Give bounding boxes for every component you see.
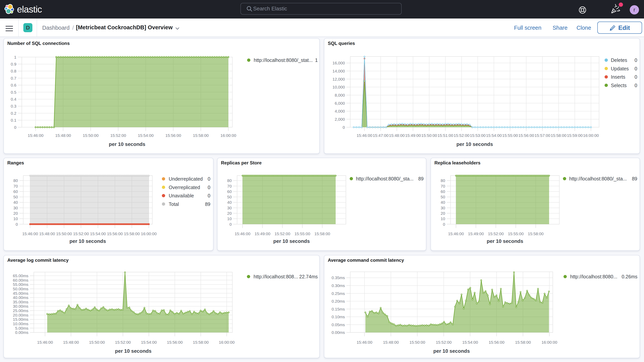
svg-text:10,000: 10,000 [332,85,345,89]
svg-text:15:49:00: 15:49:00 [468,232,484,236]
svg-text:15:58:00: 15:58:00 [193,340,209,344]
svg-text:Unavailable: Unavailable [169,193,194,198]
svg-text:per 10 seconds: per 10 seconds [70,238,106,244]
svg-text:per 10 seconds: per 10 seconds [433,348,470,354]
svg-text:1: 1 [14,55,16,59]
svg-text:http://localhost:8080/_sta...: http://localhost:8080/_sta... [356,176,414,182]
svg-text:30: 30 [440,206,445,210]
svg-text:Overreplicated: Overreplicated [169,185,200,190]
svg-text:16:00:00: 16:00:00 [219,340,235,344]
svg-text:60: 60 [227,189,232,194]
svg-text:89: 89 [205,202,210,207]
svg-text:25.00ms: 25.00ms [13,308,28,313]
svg-text:5.00ms: 5.00ms [15,326,28,330]
svg-text:50: 50 [13,195,18,199]
svg-text:15:54:00: 15:54:00 [486,133,502,138]
svg-text:per 10 seconds: per 10 seconds [487,238,523,244]
svg-text:15:52:00: 15:52:00 [488,232,504,236]
svg-text:0.00ms: 0.00ms [15,330,28,335]
svg-text:http://localhost:8080/_sta...: http://localhost:8080/_sta... [569,176,627,182]
svg-text:8,000: 8,000 [335,93,345,97]
svg-text:15:46:00: 15:46:00 [448,232,464,236]
svg-text:Underreplicated: Underreplicated [169,176,203,182]
svg-text:50: 50 [440,195,445,199]
svg-text:per 10 seconds: per 10 seconds [115,348,151,354]
svg-text:15:49:00: 15:49:00 [254,232,270,236]
svg-text:0: 0 [208,176,210,182]
svg-text:0.10ms: 0.10ms [332,314,345,319]
svg-text:15:52:00: 15:52:00 [454,133,470,138]
svg-text:30: 30 [227,206,232,210]
svg-text:0.4: 0.4 [11,97,16,102]
svg-text:15:47:00: 15:47:00 [373,133,388,138]
svg-text:70: 70 [227,184,232,188]
svg-text:0: 0 [634,83,637,88]
svg-text:Inserts: Inserts [611,74,625,80]
svg-text:0.30ms: 0.30ms [332,283,345,288]
svg-text:15:52:00: 15:52:00 [436,340,452,344]
svg-text:50.00ms: 50.00ms [13,287,28,291]
svg-text:Deletes: Deletes [611,58,627,63]
svg-text:15:46:00: 15:46:00 [22,232,38,236]
svg-text:10: 10 [13,216,18,221]
svg-text:15:46:00: 15:46:00 [28,133,44,138]
svg-text:15:51:00: 15:51:00 [438,133,453,138]
svg-text:15:58:00: 15:58:00 [528,232,544,236]
svg-text:15:46:00: 15:46:00 [356,133,372,138]
svg-text:15:48:00: 15:48:00 [383,340,399,344]
svg-text:15:50:00: 15:50:00 [409,340,425,344]
svg-text:16:00:00: 16:00:00 [583,133,599,138]
svg-text:40.00ms: 40.00ms [13,295,28,300]
svg-text:16:00:00: 16:00:00 [220,133,236,138]
svg-text:0.25ms: 0.25ms [332,291,345,296]
svg-text:15:54:00: 15:54:00 [141,340,157,344]
svg-text:0.00ms: 0.00ms [332,330,345,335]
svg-text:2,000: 2,000 [335,117,345,122]
svg-text:15:56:00: 15:56:00 [167,340,183,344]
svg-text:15:56:00: 15:56:00 [488,340,504,344]
svg-text:http://localhost:8080/_stat...: http://localhost:8080/_stat... [254,58,313,63]
svg-text:16,000: 16,000 [332,61,345,65]
svg-text:15:50:00: 15:50:00 [56,232,72,236]
svg-text:15:56:00: 15:56:00 [518,133,534,138]
svg-text:0.6: 0.6 [11,83,16,87]
svg-text:70: 70 [13,184,18,188]
svg-text:30.00ms: 30.00ms [13,304,28,308]
svg-text:0.8: 0.8 [11,69,16,73]
svg-text:15:58:00: 15:58:00 [314,232,330,236]
svg-text:15:50:00: 15:50:00 [421,133,437,138]
svg-text:0: 0 [634,74,637,80]
svg-text:0: 0 [230,222,232,226]
svg-text:0: 0 [634,66,637,71]
svg-text:0: 0 [343,125,345,130]
svg-text:22.74ms: 22.74ms [299,274,318,279]
svg-text:20.00ms: 20.00ms [13,313,28,317]
svg-text:0.15ms: 0.15ms [332,307,345,311]
svg-text:15:52:00: 15:52:00 [110,133,126,138]
svg-text:10.00ms: 10.00ms [13,322,28,326]
svg-text:60.00ms: 60.00ms [13,278,28,282]
svg-text:40: 40 [440,200,445,204]
svg-text:70: 70 [440,184,445,188]
svg-text:15:52:00: 15:52:00 [115,340,131,344]
svg-text:0: 0 [208,193,210,198]
svg-text:12,000: 12,000 [332,77,345,81]
svg-text:1: 1 [315,58,318,63]
svg-text:15:58:00: 15:58:00 [551,133,566,138]
svg-text:15:53:00: 15:53:00 [470,133,486,138]
svg-text:15:48:00: 15:48:00 [63,340,79,344]
svg-text:15:58:00: 15:58:00 [124,232,140,236]
svg-text:per 10 seconds: per 10 seconds [456,141,493,147]
svg-text:15:50:00: 15:50:00 [89,340,105,344]
svg-text:per 10 seconds: per 10 seconds [109,141,145,147]
svg-text:30: 30 [13,206,18,210]
svg-text:15:54:00: 15:54:00 [462,340,478,344]
svg-text:16:00:00: 16:00:00 [542,340,557,344]
svg-text:15:46:00: 15:46:00 [37,340,53,344]
svg-text:0.05ms: 0.05ms [332,322,345,327]
svg-text:15:56:00: 15:56:00 [107,232,123,236]
svg-text:15:48:00: 15:48:00 [389,133,405,138]
svg-text:0: 0 [443,222,445,226]
svg-text:35.00ms: 35.00ms [13,300,28,304]
svg-text:40: 40 [227,200,232,204]
